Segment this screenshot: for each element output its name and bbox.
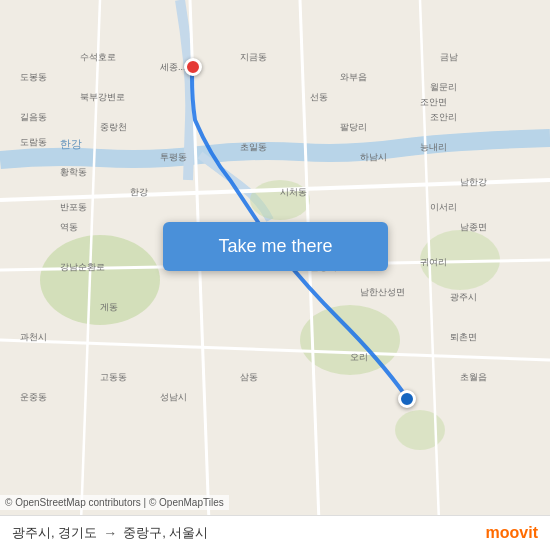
svg-point-3 bbox=[250, 180, 310, 220]
svg-text:반포동: 반포동 bbox=[60, 202, 87, 212]
svg-text:투평동: 투평동 bbox=[160, 152, 187, 162]
moovit-logo-text: moovit bbox=[486, 524, 538, 542]
map-container: 한강 길음동 도봉동 도람동 북부강변로 세종... 지금동 와부읍 금남 윌문… bbox=[0, 0, 550, 550]
route-arrow: → bbox=[103, 525, 117, 541]
svg-text:역동: 역동 bbox=[60, 222, 78, 232]
svg-text:도봉동: 도봉동 bbox=[20, 72, 47, 82]
svg-text:과천시: 과천시 bbox=[20, 332, 47, 342]
svg-text:중랑천: 중랑천 bbox=[100, 122, 127, 132]
svg-text:수석호로: 수석호로 bbox=[80, 52, 116, 62]
svg-text:길음동: 길음동 bbox=[20, 112, 47, 122]
svg-text:남종면: 남종면 bbox=[460, 222, 487, 232]
svg-text:시처동: 시처동 bbox=[280, 187, 307, 197]
take-me-there-button[interactable]: Take me there bbox=[163, 222, 388, 271]
svg-text:와부읍: 와부읍 bbox=[340, 72, 367, 82]
svg-text:한강: 한강 bbox=[130, 187, 148, 197]
svg-text:퇴촌면: 퇴촌면 bbox=[450, 332, 477, 342]
svg-text:운중동: 운중동 bbox=[20, 392, 47, 402]
copyright-text: © OpenStreetMap contributors | © OpenMap… bbox=[0, 495, 229, 510]
svg-text:금남: 금남 bbox=[440, 52, 458, 62]
destination-label: 중랑구, 서울시 bbox=[123, 524, 208, 542]
svg-text:초일동: 초일동 bbox=[240, 142, 267, 152]
svg-text:강남순환로: 강남순환로 bbox=[60, 262, 105, 272]
moovit-logo: moovit bbox=[486, 524, 538, 542]
svg-text:삼동: 삼동 bbox=[240, 372, 258, 382]
svg-text:지금동: 지금동 bbox=[240, 52, 267, 62]
svg-text:귀여리: 귀여리 bbox=[420, 257, 447, 267]
svg-text:도람동: 도람동 bbox=[20, 137, 47, 147]
svg-text:광주시: 광주시 bbox=[450, 292, 477, 302]
bottom-bar: 광주시, 경기도 → 중랑구, 서울시 moovit bbox=[0, 515, 550, 550]
origin-label: 광주시, 경기도 bbox=[12, 524, 97, 542]
svg-text:남한산성면: 남한산성면 bbox=[360, 287, 405, 297]
svg-point-2 bbox=[300, 305, 400, 375]
svg-text:윌문리: 윌문리 bbox=[430, 82, 457, 92]
svg-text:능내리: 능내리 bbox=[420, 142, 447, 152]
svg-point-5 bbox=[395, 410, 445, 450]
origin-marker bbox=[398, 390, 416, 408]
svg-text:조안면: 조안면 bbox=[420, 97, 447, 107]
svg-text:북부강변로: 북부강변로 bbox=[80, 92, 125, 102]
svg-text:한강: 한강 bbox=[60, 137, 82, 150]
svg-text:고동동: 고동동 bbox=[100, 372, 127, 382]
svg-text:남한강: 남한강 bbox=[460, 177, 487, 187]
svg-text:오리: 오리 bbox=[350, 352, 368, 362]
svg-text:게동: 게동 bbox=[100, 302, 118, 312]
route-info: 광주시, 경기도 → 중랑구, 서울시 bbox=[12, 524, 208, 542]
svg-text:초월읍: 초월읍 bbox=[460, 372, 487, 382]
map-background: 한강 길음동 도봉동 도람동 북부강변로 세종... 지금동 와부읍 금남 윌문… bbox=[0, 0, 550, 550]
destination-marker bbox=[184, 58, 202, 76]
svg-text:하남시: 하남시 bbox=[360, 152, 387, 162]
svg-text:팔당리: 팔당리 bbox=[340, 122, 367, 132]
svg-text:선동: 선동 bbox=[310, 92, 328, 102]
svg-text:세종...: 세종... bbox=[160, 62, 186, 72]
svg-text:성남시: 성남시 bbox=[160, 392, 187, 402]
svg-text:황학동: 황학동 bbox=[60, 167, 87, 177]
svg-text:이서리: 이서리 bbox=[430, 202, 457, 212]
svg-text:조안리: 조안리 bbox=[430, 112, 457, 122]
